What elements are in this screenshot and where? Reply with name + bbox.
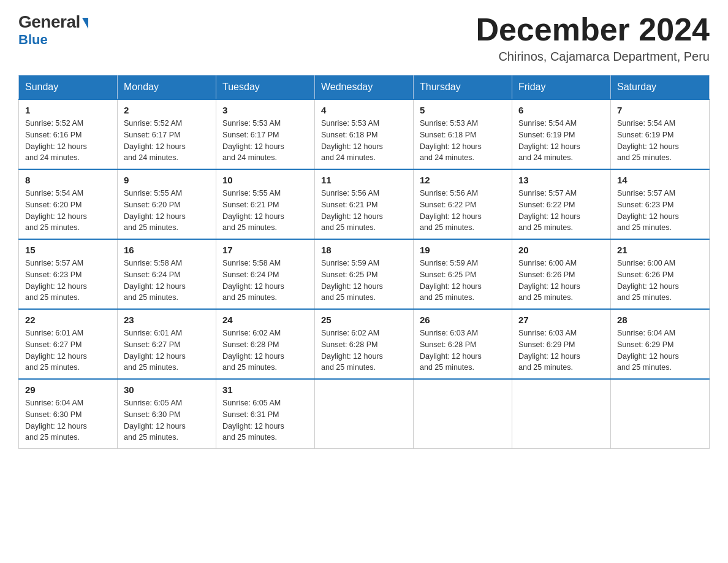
day-info: Sunrise: 5:55 AM Sunset: 6:20 PM Dayligh… — [124, 188, 210, 234]
day-number: 31 — [222, 385, 308, 395]
day-number: 28 — [617, 315, 703, 325]
day-info: Sunrise: 5:57 AM Sunset: 6:23 PM Dayligh… — [25, 258, 111, 304]
table-row: 31 Sunrise: 6:05 AM Sunset: 6:31 PM Dayl… — [216, 379, 315, 449]
day-info: Sunrise: 6:05 AM Sunset: 6:30 PM Dayligh… — [124, 397, 210, 443]
calendar-week-row: 15 Sunrise: 5:57 AM Sunset: 6:23 PM Dayl… — [19, 239, 710, 309]
day-info: Sunrise: 5:53 AM Sunset: 6:18 PM Dayligh… — [321, 118, 407, 164]
table-row: 30 Sunrise: 6:05 AM Sunset: 6:30 PM Dayl… — [118, 379, 216, 449]
day-number: 14 — [617, 175, 703, 185]
col-wednesday: Wednesday — [315, 75, 414, 100]
day-info: Sunrise: 6:05 AM Sunset: 6:31 PM Dayligh… — [222, 397, 308, 443]
table-row: 11 Sunrise: 5:56 AM Sunset: 6:21 PM Dayl… — [315, 169, 414, 239]
day-info: Sunrise: 6:01 AM Sunset: 6:27 PM Dayligh… — [124, 327, 210, 373]
day-info: Sunrise: 5:54 AM Sunset: 6:20 PM Dayligh… — [25, 188, 111, 234]
day-number: 15 — [25, 245, 111, 255]
day-info: Sunrise: 5:57 AM Sunset: 6:22 PM Dayligh… — [518, 188, 604, 234]
table-row: 24 Sunrise: 6:02 AM Sunset: 6:28 PM Dayl… — [216, 309, 315, 379]
table-row: 3 Sunrise: 5:53 AM Sunset: 6:17 PM Dayli… — [216, 99, 315, 169]
day-number: 11 — [321, 175, 407, 185]
day-info: Sunrise: 6:03 AM Sunset: 6:28 PM Dayligh… — [420, 327, 506, 373]
calendar-table: Sunday Monday Tuesday Wednesday Thursday… — [18, 75, 710, 449]
day-number: 7 — [617, 105, 703, 115]
table-row: 2 Sunrise: 5:52 AM Sunset: 6:17 PM Dayli… — [118, 99, 216, 169]
table-row — [611, 379, 710, 449]
logo: General Blue — [18, 12, 88, 48]
calendar-header-row: Sunday Monday Tuesday Wednesday Thursday… — [19, 75, 710, 100]
table-row: 27 Sunrise: 6:03 AM Sunset: 6:29 PM Dayl… — [512, 309, 611, 379]
table-row: 1 Sunrise: 5:52 AM Sunset: 6:16 PM Dayli… — [19, 99, 118, 169]
table-row: 13 Sunrise: 5:57 AM Sunset: 6:22 PM Dayl… — [512, 169, 611, 239]
day-info: Sunrise: 5:56 AM Sunset: 6:21 PM Dayligh… — [321, 188, 407, 234]
table-row — [315, 379, 414, 449]
day-number: 8 — [25, 175, 111, 185]
table-row: 29 Sunrise: 6:04 AM Sunset: 6:30 PM Dayl… — [19, 379, 118, 449]
day-info: Sunrise: 5:54 AM Sunset: 6:19 PM Dayligh… — [518, 118, 604, 164]
day-info: Sunrise: 5:58 AM Sunset: 6:24 PM Dayligh… — [124, 258, 210, 304]
table-row: 9 Sunrise: 5:55 AM Sunset: 6:20 PM Dayli… — [118, 169, 216, 239]
logo-blue-text: Blue — [18, 32, 48, 48]
day-number: 25 — [321, 315, 407, 325]
col-thursday: Thursday — [414, 75, 512, 100]
day-info: Sunrise: 6:00 AM Sunset: 6:26 PM Dayligh… — [518, 258, 604, 304]
day-number: 30 — [124, 385, 210, 395]
table-row: 12 Sunrise: 5:56 AM Sunset: 6:22 PM Dayl… — [414, 169, 512, 239]
day-number: 21 — [617, 245, 703, 255]
day-info: Sunrise: 5:56 AM Sunset: 6:22 PM Dayligh… — [420, 188, 506, 234]
calendar-week-row: 8 Sunrise: 5:54 AM Sunset: 6:20 PM Dayli… — [19, 169, 710, 239]
table-row: 21 Sunrise: 6:00 AM Sunset: 6:26 PM Dayl… — [611, 239, 710, 309]
day-info: Sunrise: 5:53 AM Sunset: 6:18 PM Dayligh… — [420, 118, 506, 164]
day-info: Sunrise: 5:52 AM Sunset: 6:17 PM Dayligh… — [124, 118, 210, 164]
calendar-week-row: 22 Sunrise: 6:01 AM Sunset: 6:27 PM Dayl… — [19, 309, 710, 379]
day-info: Sunrise: 6:00 AM Sunset: 6:26 PM Dayligh… — [617, 258, 703, 304]
table-row: 28 Sunrise: 6:04 AM Sunset: 6:29 PM Dayl… — [611, 309, 710, 379]
day-info: Sunrise: 5:59 AM Sunset: 6:25 PM Dayligh… — [321, 258, 407, 304]
month-title: December 2024 — [476, 12, 710, 47]
col-sunday: Sunday — [19, 75, 118, 100]
day-number: 19 — [420, 245, 506, 255]
table-row: 25 Sunrise: 6:02 AM Sunset: 6:28 PM Dayl… — [315, 309, 414, 379]
day-number: 29 — [25, 385, 111, 395]
day-info: Sunrise: 5:53 AM Sunset: 6:17 PM Dayligh… — [222, 118, 308, 164]
day-number: 10 — [222, 175, 308, 185]
page-header: General Blue December 2024 Chirinos, Caj… — [18, 12, 710, 64]
day-info: Sunrise: 5:55 AM Sunset: 6:21 PM Dayligh… — [222, 188, 308, 234]
col-friday: Friday — [512, 75, 611, 100]
day-info: Sunrise: 5:58 AM Sunset: 6:24 PM Dayligh… — [222, 258, 308, 304]
logo-general-text: General — [18, 12, 88, 32]
location-subtitle: Chirinos, Cajamarca Department, Peru — [476, 50, 710, 64]
table-row: 4 Sunrise: 5:53 AM Sunset: 6:18 PM Dayli… — [315, 99, 414, 169]
day-number: 4 — [321, 105, 407, 115]
table-row: 14 Sunrise: 5:57 AM Sunset: 6:23 PM Dayl… — [611, 169, 710, 239]
table-row: 6 Sunrise: 5:54 AM Sunset: 6:19 PM Dayli… — [512, 99, 611, 169]
day-info: Sunrise: 5:54 AM Sunset: 6:19 PM Dayligh… — [617, 118, 703, 164]
day-number: 20 — [518, 245, 604, 255]
col-saturday: Saturday — [611, 75, 710, 100]
title-area: December 2024 Chirinos, Cajamarca Depart… — [476, 12, 710, 64]
col-monday: Monday — [118, 75, 216, 100]
calendar-week-row: 1 Sunrise: 5:52 AM Sunset: 6:16 PM Dayli… — [19, 99, 710, 169]
table-row: 26 Sunrise: 6:03 AM Sunset: 6:28 PM Dayl… — [414, 309, 512, 379]
day-number: 5 — [420, 105, 506, 115]
table-row: 10 Sunrise: 5:55 AM Sunset: 6:21 PM Dayl… — [216, 169, 315, 239]
day-number: 24 — [222, 315, 308, 325]
table-row: 18 Sunrise: 5:59 AM Sunset: 6:25 PM Dayl… — [315, 239, 414, 309]
day-number: 16 — [124, 245, 210, 255]
day-number: 17 — [222, 245, 308, 255]
day-number: 18 — [321, 245, 407, 255]
table-row — [414, 379, 512, 449]
day-info: Sunrise: 6:04 AM Sunset: 6:29 PM Dayligh… — [617, 327, 703, 373]
table-row: 17 Sunrise: 5:58 AM Sunset: 6:24 PM Dayl… — [216, 239, 315, 309]
day-number: 13 — [518, 175, 604, 185]
day-info: Sunrise: 5:57 AM Sunset: 6:23 PM Dayligh… — [617, 188, 703, 234]
day-number: 9 — [124, 175, 210, 185]
table-row — [512, 379, 611, 449]
day-number: 26 — [420, 315, 506, 325]
day-info: Sunrise: 5:59 AM Sunset: 6:25 PM Dayligh… — [420, 258, 506, 304]
day-info: Sunrise: 6:02 AM Sunset: 6:28 PM Dayligh… — [321, 327, 407, 373]
table-row: 23 Sunrise: 6:01 AM Sunset: 6:27 PM Dayl… — [118, 309, 216, 379]
table-row: 7 Sunrise: 5:54 AM Sunset: 6:19 PM Dayli… — [611, 99, 710, 169]
day-number: 23 — [124, 315, 210, 325]
table-row: 5 Sunrise: 5:53 AM Sunset: 6:18 PM Dayli… — [414, 99, 512, 169]
table-row: 22 Sunrise: 6:01 AM Sunset: 6:27 PM Dayl… — [19, 309, 118, 379]
day-number: 12 — [420, 175, 506, 185]
